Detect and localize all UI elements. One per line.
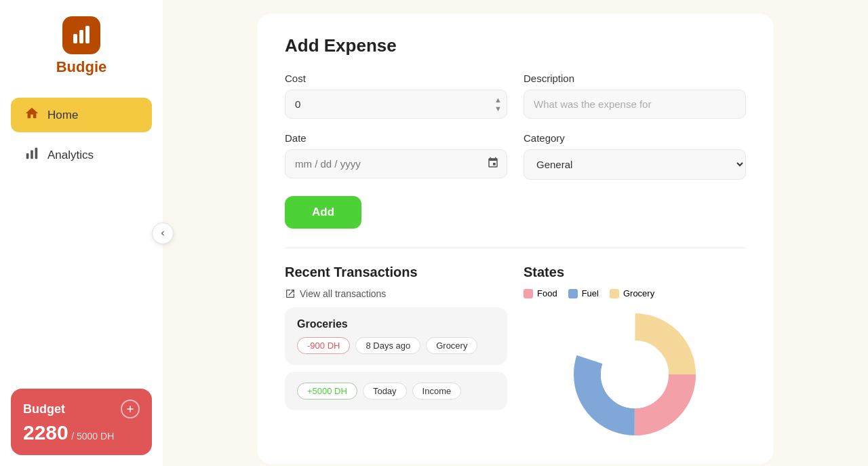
cost-group: Cost ▲ ▼ [285, 73, 507, 119]
sidebar-toggle-button[interactable] [152, 222, 174, 244]
fuel-label: Fuel [582, 288, 599, 298]
main-content: Add Expense Cost ▲ ▼ Description [163, 0, 868, 466]
bottom-section: Recent Transactions View all transaction… [285, 265, 746, 442]
transactions-title: Recent Transactions [285, 265, 507, 280]
donut-chart-container [524, 307, 746, 442]
grocery-label: Grocery [623, 288, 654, 298]
sidebar-analytics-label: Analytics [47, 149, 94, 162]
legend-fuel: Fuel [568, 288, 599, 298]
description-group: Description [524, 73, 746, 119]
sidebar-item-analytics[interactable]: Analytics [11, 138, 152, 172]
category-select[interactable]: General Food Fuel Grocery Income [524, 149, 746, 180]
cost-down-button[interactable]: ▼ [494, 105, 502, 113]
transaction-tags-2: +5000 DH Today Income [297, 383, 495, 400]
budget-amount: 2280 [23, 421, 68, 444]
logo-icon [62, 16, 100, 54]
date-label: Date [285, 132, 507, 144]
view-all-label: View all transactions [300, 288, 386, 299]
food-dot [524, 289, 533, 298]
sidebar-item-home[interactable]: Home [11, 98, 152, 132]
view-all-link[interactable]: View all transactions [285, 288, 507, 299]
budget-total: / 5000 DH [71, 431, 114, 442]
svg-rect-0 [73, 34, 77, 43]
svg-rect-2 [85, 26, 90, 43]
svg-rect-5 [35, 148, 38, 159]
donut-chart [567, 307, 703, 442]
chevron-left-icon [158, 229, 167, 238]
content-card: Add Expense Cost ▲ ▼ Description [258, 14, 773, 464]
home-icon [24, 106, 39, 124]
external-link-icon [285, 288, 296, 299]
description-input[interactable] [524, 90, 746, 119]
svg-rect-3 [26, 153, 29, 159]
transaction-name: Groceries [297, 318, 495, 330]
legend-grocery: Grocery [610, 288, 654, 298]
transaction-tags: -900 DH 8 Days ago Grocery [297, 337, 495, 354]
sidebar-nav: Home Analytics [11, 98, 152, 172]
add-expense-title: Add Expense [285, 35, 746, 56]
transaction-card-2: +5000 DH Today Income [285, 372, 507, 410]
add-expense-button[interactable]: Add [285, 196, 361, 229]
transaction-amount-2: +5000 DH [297, 383, 357, 400]
donut-hole [601, 341, 669, 408]
logo-area: Budgie [56, 16, 107, 76]
sidebar-home-label: Home [47, 109, 78, 122]
date-input-wrapper [285, 149, 507, 178]
chart-legend: Food Fuel Grocery [524, 288, 746, 298]
budget-add-button[interactable] [121, 400, 140, 419]
budget-amount-row: 2280 / 5000 DH [23, 421, 140, 444]
grocery-dot [610, 289, 619, 298]
budget-header: Budget [23, 400, 140, 419]
legend-food: Food [524, 288, 557, 298]
category-label: Category [524, 132, 746, 144]
transaction-time: 8 Days ago [355, 337, 420, 354]
svg-rect-4 [31, 150, 33, 159]
calendar-icon [487, 157, 499, 172]
sidebar: Budgie Home Analytics [0, 0, 163, 466]
food-label: Food [537, 288, 557, 298]
states-section: States Food Fuel Grocery [524, 265, 746, 442]
plus-icon [125, 404, 136, 414]
category-group: Category General Food Fuel Grocery Incom… [524, 132, 746, 180]
transaction-time-2: Today [363, 383, 407, 400]
budgie-icon [71, 24, 92, 46]
transaction-category: Grocery [426, 337, 477, 354]
cost-label: Cost [285, 73, 507, 84]
budget-title: Budget [23, 402, 65, 416]
analytics-icon [24, 146, 39, 164]
expense-form: Cost ▲ ▼ Description Date [285, 73, 746, 180]
app-name: Budgie [56, 58, 107, 76]
transaction-category-2: Income [412, 383, 462, 400]
transactions-section: Recent Transactions View all transaction… [285, 265, 507, 442]
cost-spinner: ▲ ▼ [494, 96, 502, 113]
budget-card: Budget 2280 / 5000 DH [11, 389, 152, 455]
description-label: Description [524, 73, 746, 84]
states-title: States [524, 265, 746, 280]
cost-input-wrapper: ▲ ▼ [285, 90, 507, 119]
cost-up-button[interactable]: ▲ [494, 96, 502, 104]
transaction-amount: -900 DH [297, 337, 350, 354]
date-group: Date [285, 132, 507, 180]
svg-rect-1 [79, 30, 83, 43]
cost-input[interactable] [285, 90, 507, 119]
section-divider [285, 248, 746, 248]
fuel-dot [568, 289, 578, 298]
date-input[interactable] [285, 149, 507, 178]
transaction-card: Groceries -900 DH 8 Days ago Grocery [285, 307, 507, 365]
